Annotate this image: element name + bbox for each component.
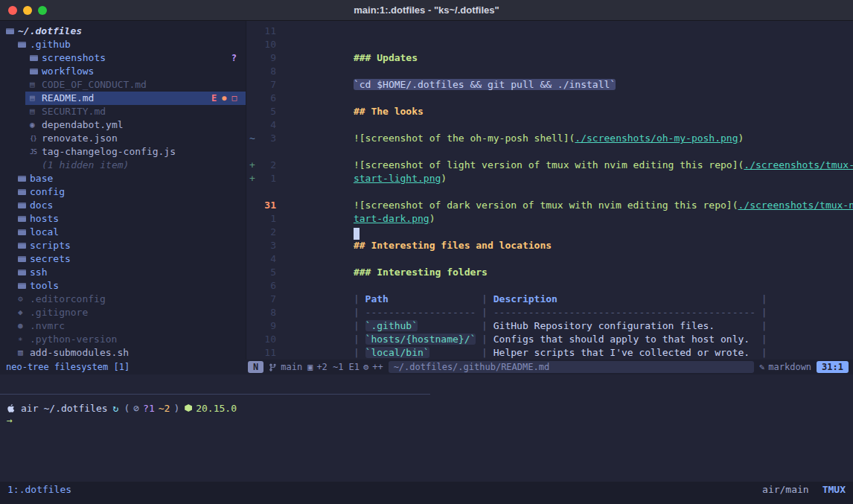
tree-item[interactable]: ▤ README.md E●□ [0, 92, 246, 105]
line-number: 2 [257, 226, 276, 239]
editor-line[interactable]: 8 [246, 65, 853, 78]
tree-item-label: screenshots [42, 51, 106, 65]
tree-item-label: .python-version [30, 333, 117, 346]
tree-item[interactable]: {} renovate.json [0, 132, 246, 145]
editor-line[interactable]: 7 | `.github` | GitHub Repository config… [246, 293, 853, 306]
line-text: ![screenshot of light version of tmux wi… [276, 132, 853, 145]
editor-buffer[interactable]: 11 ### Updates 10 9 [246, 21, 853, 360]
text-segment: ./screenshots/tmux-nvim-kick [744, 159, 853, 170]
buffer-icon: ▣ [307, 362, 313, 372]
editor-line[interactable]: 8 | `hosts/{hostname}/` | Configs that s… [246, 306, 853, 319]
line-text: ### Updates [276, 25, 418, 38]
git-sign [246, 252, 257, 266]
git-status-badge: E [211, 92, 217, 105]
line-text [276, 38, 365, 51]
text-segment: | [429, 347, 493, 358]
tree-item[interactable]: ⚙ .editorconfig [0, 293, 246, 306]
git-sign: + [246, 159, 257, 172]
editor-line[interactable]: 9 `cd $HOME/.dotfiles && git pull && ./i… [246, 51, 853, 65]
git-branch-icon [269, 363, 277, 371]
editorconfig-icon: ⚙ [18, 293, 30, 306]
line-text [276, 226, 365, 239]
line-number: 11 [257, 25, 276, 38]
zoom-button[interactable] [38, 6, 47, 15]
editor-line[interactable]: 11 ### Updates [246, 25, 853, 38]
tree-item[interactable]: ▤ CODE_OF_CONDUCT.md [0, 78, 246, 92]
tree-item[interactable]: ▤ SECURITY.md [0, 105, 246, 118]
extra-flags: ++ [372, 362, 383, 372]
line-text [276, 118, 365, 132]
line-text: tart-dark.png) [276, 185, 435, 199]
git-sign [246, 105, 257, 118]
tmux-pane-border[interactable] [0, 394, 430, 395]
editor-line[interactable]: 6 [246, 92, 853, 105]
tree-item[interactable]: tools [0, 279, 246, 293]
tmux-window-item[interactable]: 1:.dotfiles [7, 484, 71, 495]
tree-item[interactable]: JS tag-changelog-config.js [0, 145, 246, 159]
shell-prompt[interactable]: air ~/.dotfiles ↻ (⊘ ?1 ~2) 20.15.0 [7, 401, 237, 415]
editor-line[interactable]: 9 | `local/bin` | Helper scripts that I'… [246, 319, 853, 333]
folder-open-icon [6, 28, 18, 34]
git-sign [246, 212, 257, 226]
editor-line[interactable]: 4 [246, 118, 853, 132]
tree-item[interactable]: ∗ .python-version [0, 333, 246, 346]
git-modified-count: ~2 [159, 403, 170, 414]
line-number: 10 [257, 333, 276, 346]
editor-line[interactable]: start-light.png) [246, 145, 853, 159]
line-number: 4 [257, 252, 276, 266]
editor-line[interactable]: 1 ## Interesting files and locations [246, 212, 853, 226]
tree-item[interactable]: hosts [0, 212, 246, 226]
tree-item[interactable]: screenshots ? [0, 51, 246, 65]
git-status-badge: ? [231, 51, 237, 65]
git-sign [246, 293, 257, 306]
editor-line[interactable]: 4 [246, 252, 853, 266]
editor-line[interactable]: 5 ![screenshot of the oh-my-posh shell](… [246, 105, 853, 118]
line-text: | `scripts` | Setup scripts. | [276, 333, 767, 346]
tree-item-label: ~/.dotfiles [18, 25, 82, 38]
tree-item[interactable]: ~/.dotfiles [0, 25, 246, 38]
git-sign: ~ [246, 132, 257, 145]
tree-item[interactable]: ● .nvmrc [0, 319, 246, 333]
editor-line[interactable]: 2 [246, 226, 853, 239]
tree-item[interactable]: ◉ dependabot.yml [0, 118, 246, 132]
tree-item[interactable]: ssh [0, 266, 246, 279]
line-number: 5 [257, 266, 276, 279]
tree-item[interactable]: workflows [0, 65, 246, 78]
tree-item[interactable]: (1 hidden item) [0, 159, 246, 172]
editor-line[interactable]: ~ 3 ![screenshot of light version of tmu… [246, 132, 853, 145]
git-sign [246, 346, 257, 360]
minimize-button[interactable] [23, 6, 32, 15]
tree-item[interactable]: local [0, 226, 246, 239]
editor-line[interactable]: 10 | `scripts` | Setup scripts. | [246, 333, 853, 346]
status-row: neo-tree filesystem [1] N main ▣ +2 ~1 E… [0, 360, 853, 374]
git-sign [246, 78, 257, 92]
tree-item-badges: ? [231, 51, 246, 65]
editor-line[interactable]: + 1 ![screenshot of dark version of tmux… [246, 172, 853, 185]
folder-icon [18, 202, 30, 208]
editor-line[interactable]: tart-dark.png) [246, 185, 853, 199]
git-status-badge: □ [231, 92, 237, 105]
tree-item-label: ssh [30, 266, 47, 279]
git-sign: + [246, 172, 257, 185]
line-number: 6 [257, 92, 276, 105]
editor-line[interactable]: 6 | ------------------- | --------------… [246, 279, 853, 293]
line-text: ## The looks [276, 78, 424, 92]
tree-item[interactable]: docs [0, 199, 246, 212]
tree-item[interactable]: ◆ .gitignore [0, 306, 246, 319]
tree-item[interactable]: .github [0, 38, 246, 51]
tree-item[interactable]: base [0, 172, 246, 185]
file-path: ~/.dotfiles/.github/README.md [389, 361, 754, 373]
tree-item[interactable]: config [0, 185, 246, 199]
tree-item[interactable]: scripts [0, 239, 246, 252]
editor-line[interactable]: 10 [246, 38, 853, 51]
tree-item[interactable]: secrets [0, 252, 246, 266]
folder-icon [18, 189, 30, 195]
editor-line[interactable]: 5 | Path | Description | [246, 266, 853, 279]
folder-icon [30, 55, 42, 61]
tree-item[interactable]: ▥ add-submodules.sh [0, 346, 246, 360]
close-button[interactable] [8, 6, 17, 15]
shell-pane[interactable]: air ~/.dotfiles ↻ (⊘ ?1 ~2) 20.15.0 → [0, 374, 853, 482]
line-text: ### Interesting folders [276, 239, 488, 252]
prompt-arrow[interactable]: → [7, 415, 13, 426]
gear-icon: ⚙ [363, 362, 368, 372]
